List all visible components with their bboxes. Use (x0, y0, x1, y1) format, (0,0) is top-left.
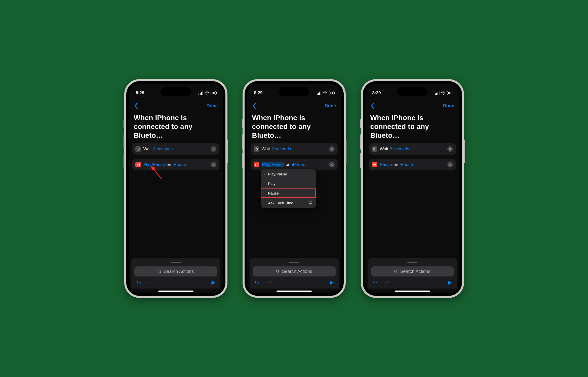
back-button[interactable] (370, 103, 375, 109)
play-mode-param[interactable]: Pause (380, 162, 392, 167)
svg-rect-11 (257, 163, 258, 166)
action-play-pause[interactable]: Pause on iPhone ✕ (369, 159, 456, 170)
nav-bar: Done (247, 100, 341, 112)
search-placeholder: Search Actions (282, 269, 312, 274)
svg-line-6 (160, 272, 161, 273)
undo-button[interactable] (136, 280, 141, 286)
play-mode-popover: Play/Pause Play Pause Ask Each Time (261, 169, 316, 208)
run-button[interactable] (210, 280, 216, 286)
clock-icon (372, 146, 377, 152)
action-wait[interactable]: Wait 3 seconds ✕ (369, 143, 456, 155)
editor-toolbar (134, 276, 217, 287)
svg-line-21 (397, 272, 397, 273)
run-button[interactable] (447, 280, 452, 286)
search-icon (158, 269, 162, 273)
remove-action-button[interactable]: ✕ (211, 146, 216, 152)
action-wait[interactable]: Wait 3 seconds ✕ (132, 143, 219, 155)
remove-action-button[interactable]: ✕ (447, 162, 453, 167)
redo-button[interactable] (384, 280, 390, 286)
popover-option-play[interactable]: Play (261, 179, 316, 189)
back-button[interactable] (252, 103, 257, 109)
undo-button[interactable] (372, 280, 378, 286)
device-param[interactable]: iPhone (292, 162, 305, 167)
mute-switch (124, 119, 125, 128)
screen-1: 8:29 80 Done When iPhone is connected to… (129, 84, 223, 293)
connector-on: on (286, 162, 291, 167)
clock-icon (135, 146, 141, 152)
actions-sheet[interactable]: Search Actions (131, 258, 220, 289)
search-actions-field[interactable]: Search Actions (371, 266, 454, 276)
remove-action-button[interactable]: ✕ (447, 146, 453, 152)
play-mode-param[interactable]: Play/Pause (262, 162, 284, 167)
popover-option-pause[interactable]: Pause (261, 189, 316, 198)
wait-label: Wait (143, 147, 152, 152)
remove-action-button[interactable]: ✕ (211, 162, 216, 167)
remove-action-button[interactable]: ✕ (329, 162, 335, 167)
wait-label: Wait (262, 147, 270, 152)
volume-up-button (242, 134, 243, 150)
popover-option-play-pause[interactable]: Play/Pause (261, 169, 316, 179)
search-icon (394, 269, 398, 273)
screen-2: 8:29 80 Done When iPhone is connected to… (247, 84, 341, 293)
sheet-handle[interactable] (407, 262, 417, 263)
mute-switch (242, 119, 243, 128)
action-play-pause[interactable]: Play/Pause on iPhone ✕ Play/Pause Play P… (251, 159, 338, 170)
svg-marker-22 (448, 281, 452, 285)
wifi-icon (323, 91, 327, 95)
svg-rect-10 (257, 163, 257, 166)
status-time: 8:29 (136, 90, 144, 96)
play-pause-icon (254, 162, 259, 167)
nav-bar: Done (365, 100, 459, 112)
svg-marker-7 (211, 281, 215, 285)
action-play-pause[interactable]: Play/Pause on iPhone ✕ (132, 159, 219, 170)
device-param[interactable]: iPhone (173, 162, 186, 167)
svg-point-20 (395, 270, 397, 272)
back-button[interactable] (134, 103, 138, 109)
sheet-handle[interactable] (289, 262, 299, 263)
wait-duration-param[interactable]: 3 seconds (153, 147, 173, 152)
mute-switch (360, 119, 361, 128)
volume-down-button (242, 153, 243, 168)
action-wait[interactable]: Wait 3 seconds ✕ (251, 143, 338, 155)
done-button[interactable]: Done (443, 103, 454, 109)
volume-down-button (124, 153, 125, 168)
search-actions-field[interactable]: Search Actions (253, 266, 336, 276)
redo-button[interactable] (148, 280, 153, 286)
battery-icon: 80 (329, 91, 334, 95)
battery-icon: 80 (211, 91, 216, 95)
svg-marker-9 (255, 163, 256, 166)
svg-rect-19 (376, 163, 376, 166)
actions-sheet[interactable]: Search Actions (250, 258, 339, 289)
done-button[interactable]: Done (325, 103, 336, 109)
svg-rect-18 (375, 163, 375, 166)
svg-point-5 (158, 270, 160, 272)
play-mode-param[interactable]: Play/Pause (143, 162, 165, 167)
automation-title: When iPhone is connected to any Blueto… (129, 112, 223, 143)
search-actions-field[interactable]: Search Actions (134, 266, 217, 276)
wait-duration-param[interactable]: 3 seconds (390, 147, 409, 152)
editor-toolbar (253, 276, 336, 287)
undo-button[interactable] (254, 280, 260, 286)
search-placeholder: Search Actions (164, 269, 194, 274)
popover-option-ask-each-time[interactable]: Ask Each Time (261, 198, 316, 208)
wait-duration-param[interactable]: 3 seconds (271, 147, 291, 152)
svg-rect-2 (138, 163, 139, 166)
svg-line-14 (278, 272, 279, 273)
home-indicator[interactable] (158, 291, 193, 292)
volume-up-button (124, 134, 125, 150)
wifi-icon (441, 91, 446, 95)
sheet-handle[interactable] (171, 262, 181, 263)
phone-frame-1: 8:29 80 Done When iPhone is connected to… (124, 79, 227, 298)
actions-sheet[interactable]: Search Actions (368, 258, 457, 289)
run-button[interactable] (329, 280, 334, 286)
done-button[interactable]: Done (207, 103, 218, 109)
home-indicator[interactable] (277, 291, 312, 292)
wifi-icon (205, 91, 209, 95)
editor-toolbar (371, 276, 454, 287)
home-indicator[interactable] (395, 291, 430, 292)
device-param[interactable]: iPhone (400, 162, 413, 167)
remove-action-button[interactable]: ✕ (329, 146, 335, 152)
automation-title: When iPhone is connected to any Blueto… (247, 112, 341, 143)
redo-button[interactable] (266, 280, 272, 286)
connector-on: on (167, 162, 171, 167)
